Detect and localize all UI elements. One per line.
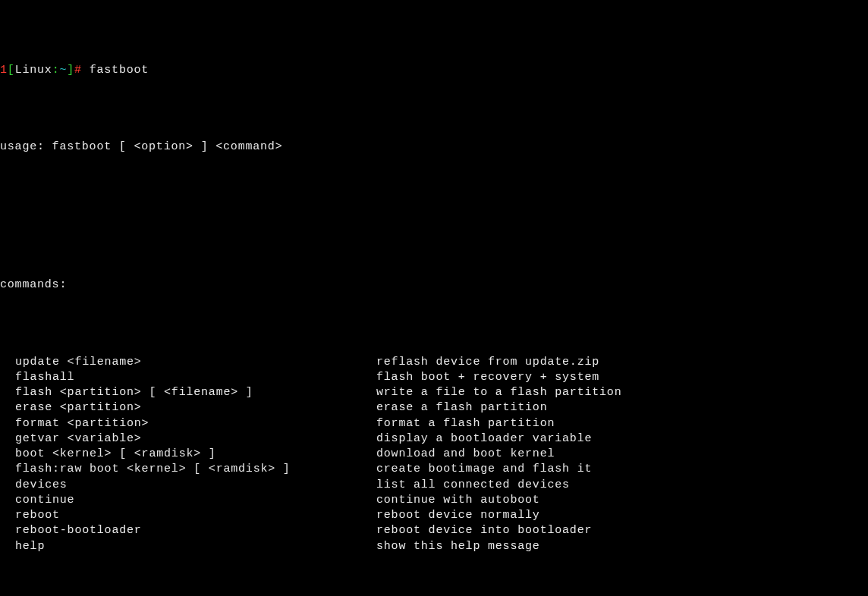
- prompt-line[interactable]: 1[Linux:~]# fastboot: [0, 63, 868, 78]
- typed-command: fastboot: [90, 64, 149, 77]
- terminal-output: 1[Linux:~]# fastboot usage: fastboot [ <…: [0, 0, 868, 596]
- prompt-hash: #: [74, 64, 82, 77]
- commands-list: update <filename>reflash device from upd…: [0, 355, 868, 554]
- commands-header: commands:: [0, 278, 868, 293]
- prompt-path: ~: [59, 64, 67, 77]
- command-row: update <filename>reflash device from upd…: [0, 355, 868, 370]
- command-row: erase <partition>erase a flash partition: [0, 400, 868, 416]
- command-desc: create bootimage and flash it: [376, 462, 592, 477]
- command-row: format <partition>format a flash partiti…: [0, 416, 868, 431]
- command-row: deviceslist all connected devices: [0, 478, 868, 493]
- command-cmd: devices: [0, 478, 376, 493]
- command-cmd: flash <partition> [ <filename> ]: [0, 385, 376, 400]
- command-desc: write a file to a flash partition: [376, 385, 621, 400]
- command-desc: erase a flash partition: [376, 400, 547, 416]
- command-desc: reboot device into bootloader: [376, 523, 592, 538]
- command-desc: display a bootloader variable: [376, 431, 592, 447]
- command-row: boot <kernel> [ <ramdisk> ]download and …: [0, 447, 868, 462]
- prompt-bclose: ]: [67, 64, 74, 77]
- command-desc: show this help message: [376, 539, 540, 554]
- command-desc: flash boot + recovery + system: [376, 370, 599, 385]
- command-desc: continue with autoboot: [376, 493, 540, 508]
- prompt-host: Linux: [15, 64, 52, 77]
- command-desc: reflash device from update.zip: [376, 355, 599, 370]
- prompt-bopen: [: [8, 64, 15, 77]
- command-desc: reboot device normally: [376, 508, 540, 523]
- command-cmd: reboot: [0, 508, 376, 523]
- prompt-num: 1: [0, 64, 8, 77]
- command-row: flash <partition> [ <filename> ]write a …: [0, 385, 868, 400]
- command-cmd: help: [0, 539, 376, 554]
- command-cmd: flash:raw boot <kernel> [ <ramdisk> ]: [0, 462, 376, 477]
- command-cmd: erase <partition>: [0, 400, 376, 416]
- command-row: rebootreboot device normally: [0, 508, 868, 523]
- command-row: getvar <variable>display a bootloader va…: [0, 431, 868, 447]
- command-cmd: update <filename>: [0, 355, 376, 370]
- usage-line: usage: fastboot [ <option> ] <command>: [0, 140, 868, 155]
- command-desc: list all connected devices: [376, 478, 570, 493]
- command-desc: download and boot kernel: [376, 447, 555, 462]
- command-row: flash:raw boot <kernel> [ <ramdisk> ]cre…: [0, 462, 868, 477]
- prompt-colon: :: [52, 64, 60, 77]
- command-row: flashallflash boot + recovery + system: [0, 370, 868, 385]
- command-desc: format a flash partition: [376, 416, 555, 431]
- command-cmd: flashall: [0, 370, 376, 385]
- command-cmd: reboot-bootloader: [0, 523, 376, 538]
- command-row: helpshow this help message: [0, 539, 868, 554]
- command-row: reboot-bootloaderreboot device into boot…: [0, 523, 868, 538]
- command-cmd: format <partition>: [0, 416, 376, 431]
- command-cmd: boot <kernel> [ <ramdisk> ]: [0, 447, 376, 462]
- command-row: continuecontinue with autoboot: [0, 493, 868, 508]
- command-cmd: getvar <variable>: [0, 431, 376, 447]
- command-cmd: continue: [0, 493, 376, 508]
